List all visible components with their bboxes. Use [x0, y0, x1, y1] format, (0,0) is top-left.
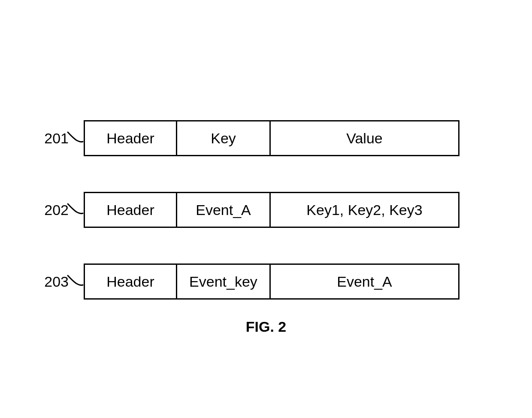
row-label: 201	[41, 130, 69, 147]
box-group: Header Event_key Event_A	[84, 264, 459, 300]
row-label: 202	[41, 202, 69, 218]
row-label: 203	[41, 273, 69, 290]
cell-event-key: Event_key	[177, 264, 271, 300]
cell-event: Event_A	[177, 192, 271, 228]
cell-header: Header	[84, 192, 177, 228]
cell-header: Header	[84, 264, 177, 300]
connector-icon	[66, 201, 84, 218]
figure-caption: FIG. 2	[0, 318, 532, 335]
row-202: 202 Header Event_A Key1, Key2, Key3	[41, 192, 459, 228]
connector-icon	[66, 130, 84, 147]
box-group: Header Key Value	[84, 120, 459, 156]
cell-keys: Key1, Key2, Key3	[271, 192, 459, 228]
cell-header: Header	[84, 120, 177, 156]
row-201: 201 Header Key Value	[41, 120, 459, 156]
row-203: 203 Header Event_key Event_A	[41, 264, 459, 300]
connector-icon	[66, 273, 84, 290]
cell-value: Value	[271, 120, 459, 156]
box-group: Header Event_A Key1, Key2, Key3	[84, 192, 459, 228]
cell-event-a: Event_A	[271, 264, 459, 300]
cell-key: Key	[177, 120, 271, 156]
